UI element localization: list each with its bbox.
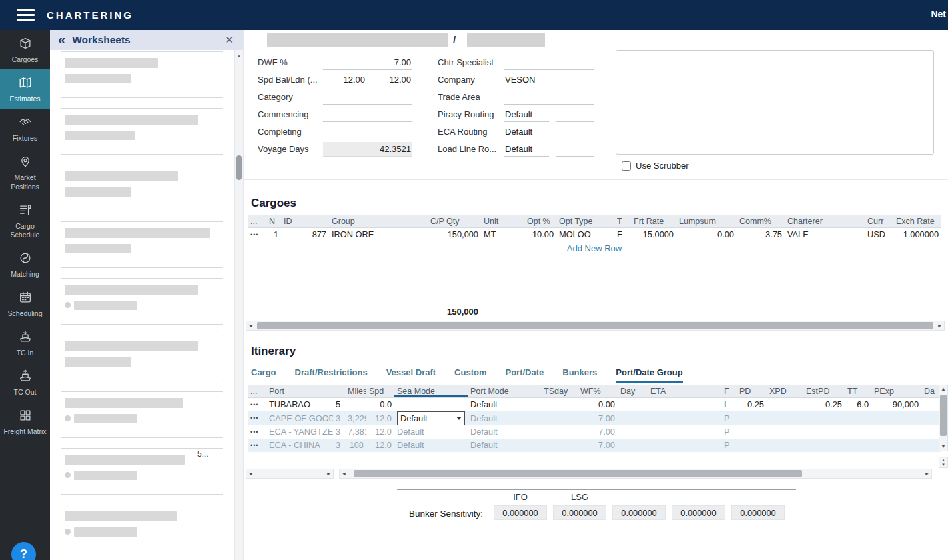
cell-day[interactable] [618, 439, 648, 452]
worksheet-card[interactable]: 5... [61, 448, 223, 495]
itinerary-left-hscrollbar[interactable]: ◄ ► [246, 469, 334, 479]
spinner-up-icon[interactable]: ▲ [941, 458, 945, 463]
piracy-routing-secondary-field[interactable] [556, 107, 594, 122]
scrollbar-track[interactable] [348, 469, 923, 478]
piracy-routing-input[interactable] [504, 107, 549, 122]
sidebar-item-matching[interactable]: Matching [0, 245, 50, 284]
cell-opt-type[interactable]: MOLOO [556, 228, 614, 241]
scrollbar-thumb[interactable] [354, 470, 802, 477]
cell-charterer[interactable]: VALE [785, 228, 865, 241]
cell-wf[interactable]: 7.00 [578, 411, 618, 425]
eca-routing-input[interactable] [504, 125, 549, 139]
scrollbar-thumb[interactable] [940, 395, 947, 436]
itinerary-row[interactable]: ••• TUBARAO 5 0.0 Default 0.00 L 0.25 0.… [248, 398, 941, 411]
scroll-right-icon[interactable]: ► [923, 469, 931, 478]
cell-miles[interactable]: 3,229 [345, 411, 366, 425]
row-menu-icon[interactable]: ••• [248, 439, 266, 452]
cell-spd[interactable]: 12.0 [366, 439, 394, 452]
cell-unit[interactable]: MT [481, 228, 524, 241]
tab-cargo[interactable]: Cargo [251, 367, 276, 383]
itinerary-row[interactable]: ••• ECA - CHINA 3 108 12.0 Default Defau… [248, 439, 941, 452]
dwf-input[interactable] [323, 55, 412, 70]
cell-pd[interactable] [737, 439, 767, 452]
bunker-sensitivity-input-3[interactable] [612, 505, 666, 520]
cell-port-mode[interactable]: Default [468, 411, 541, 425]
scroll-left-icon[interactable]: ◄ [246, 321, 255, 330]
menu-icon[interactable] [17, 7, 35, 23]
cell-tsday[interactable] [541, 398, 578, 411]
cell-pd[interactable] [737, 425, 767, 439]
cell-f[interactable]: P [721, 411, 737, 425]
cell-sea-mode[interactable] [394, 398, 468, 411]
use-scrubber-checkbox[interactable] [622, 161, 631, 171]
cell-port[interactable]: TUBARAO [266, 398, 333, 411]
sidebar-item-scheduling[interactable]: Scheduling [0, 284, 50, 323]
cell-estpd[interactable] [803, 439, 845, 452]
sea-mode-dropdown[interactable]: Default [397, 411, 465, 425]
scroll-right-icon[interactable]: ► [935, 321, 944, 330]
tab-custom[interactable]: Custom [454, 367, 486, 383]
cell-xpd[interactable] [767, 398, 803, 411]
add-new-row-link[interactable]: Add New Row [248, 243, 941, 253]
cell-estpd[interactable] [803, 411, 845, 425]
cell-pexp[interactable] [871, 425, 921, 439]
scroll-down-icon[interactable]: ▼ [939, 443, 947, 451]
scrollbar-thumb[interactable] [257, 322, 933, 329]
itinerary-row[interactable]: ••• ECA - YANGTZE 3 7,381 12.0 Default D… [248, 425, 941, 439]
worksheet-card[interactable] [61, 391, 223, 438]
worksheet-card[interactable] [61, 108, 223, 155]
scroll-right-icon[interactable]: ► [324, 469, 333, 478]
completing-input[interactable] [323, 125, 412, 139]
row-menu-icon[interactable]: ••• [248, 398, 266, 411]
load-line-secondary-field[interactable] [556, 142, 594, 157]
worksheet-card[interactable] [61, 165, 223, 211]
spd-laden-input[interactable] [369, 73, 412, 87]
trade-area-input[interactable] [504, 90, 594, 105]
sidebar-item-fixtures[interactable]: Fixtures [0, 109, 50, 148]
scroll-up-icon[interactable]: ▲ [235, 53, 243, 58]
cell-sea-mode[interactable]: Default [394, 425, 468, 439]
cell-miles[interactable]: 7,381 [345, 425, 366, 439]
commencing-input[interactable] [323, 107, 412, 122]
row-spinner-control[interactable]: ▲ ▼ [939, 457, 948, 468]
sidebar-item-cargo-schedule[interactable]: Cargo Schedule [0, 197, 50, 245]
cell-spd[interactable]: 12.0 [366, 425, 394, 439]
cell-miles[interactable] [345, 398, 366, 411]
cell-eta[interactable] [648, 425, 721, 439]
itinerary-vscrollbar[interactable]: ▲ ▼ [939, 385, 948, 451]
cell-xpd[interactable] [767, 439, 803, 452]
bunker-sensitivity-input-4[interactable] [672, 505, 725, 520]
cell-port[interactable]: CAPE OF GOOD [266, 411, 333, 425]
cell-wf[interactable]: 7.00 [578, 425, 618, 439]
cell-day[interactable] [618, 398, 648, 411]
cell-port[interactable]: ECA - YANGTZE [266, 425, 333, 439]
cell-miles[interactable]: 108 [345, 439, 366, 452]
cell-qty[interactable]: 150,000 [428, 228, 481, 241]
cell-pexp[interactable]: 90,000 [871, 398, 921, 411]
spd-ballast-input[interactable] [323, 73, 366, 87]
itinerary-hscrollbar[interactable]: ◄ ► [339, 469, 932, 479]
cell-tt[interactable]: 6.0 [845, 398, 871, 411]
scrollbar-track[interactable] [255, 321, 935, 330]
cell-port-mode[interactable]: Default [468, 425, 541, 439]
tab-bunkers[interactable]: Bunkers [562, 367, 597, 383]
scrollbar-track[interactable] [255, 469, 324, 478]
cell-sea-mode[interactable]: Default [394, 439, 468, 452]
collapse-panel-icon[interactable]: « [58, 33, 65, 46]
cell-lumpsum[interactable]: 0.00 [676, 228, 737, 241]
scroll-up-icon[interactable]: ▲ [939, 385, 947, 393]
bunker-sensitivity-input-2[interactable] [553, 505, 606, 520]
cell-xpd[interactable] [767, 425, 803, 439]
cell-f[interactable]: L [721, 398, 737, 411]
cell-tt[interactable] [845, 425, 871, 439]
cell-f[interactable]: P [721, 425, 737, 439]
cell-estpd[interactable]: 0.25 [803, 398, 845, 411]
cell-tsday[interactable] [541, 425, 578, 439]
cell-spd[interactable]: 0.0 [366, 398, 394, 411]
load-line-input[interactable] [504, 142, 549, 157]
cell-port[interactable]: ECA - CHINA [266, 439, 333, 452]
cell-wf[interactable]: 0.00 [578, 398, 618, 411]
cell-port-mode[interactable]: Default [468, 439, 541, 452]
worksheets-scrollbar[interactable]: ▲ [234, 50, 243, 560]
tab-port-date-group[interactable]: Port/Date Group [616, 367, 682, 383]
